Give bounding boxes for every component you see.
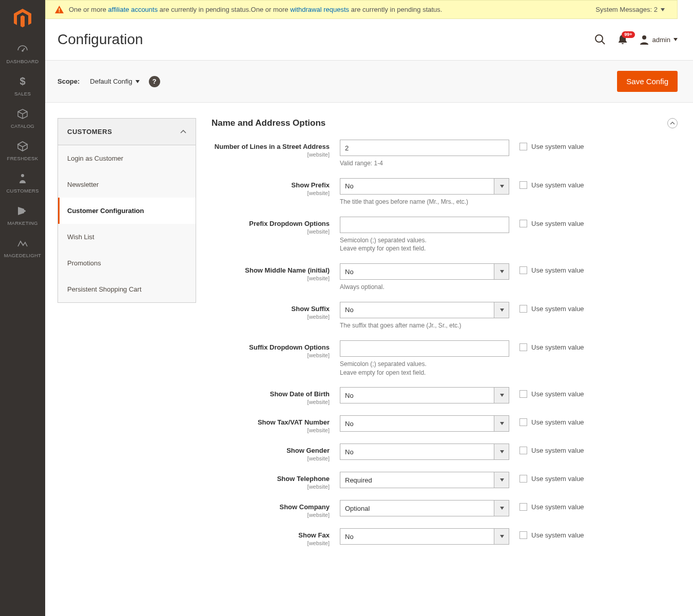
show-date-of-birth-select[interactable]: No [340,387,509,403]
nav-label: CUSTOMERS [6,188,38,194]
show-prefix-select[interactable]: No [340,178,509,195]
save-config-button[interactable]: Save Config [617,71,678,92]
field-scope: [website] [211,275,330,281]
nav-label: MARKETING [7,220,37,226]
use-system-checkbox[interactable] [519,343,527,351]
use-system-label: Use system value [531,475,584,483]
tree-item-wish-list[interactable]: Wish List [58,224,196,250]
scope-select[interactable]: Default Config [90,78,139,85]
field-row: Number of Lines in a Street Address[webs… [211,140,678,168]
field-label: Suffix Dropdown Options [249,343,330,351]
collapse-section-icon[interactable] [667,118,678,128]
use-system-checkbox[interactable] [519,266,527,274]
field-row: Suffix Dropdown Options[website]Semicolo… [211,340,678,377]
svg-rect-5 [59,11,60,12]
field-scope: [website] [211,512,330,518]
help-icon[interactable]: ? [149,76,160,87]
use-system-checkbox[interactable] [519,181,527,189]
magento-logo[interactable] [0,0,45,37]
use-system-checkbox[interactable] [519,390,527,398]
dropdown-arrow-icon [500,507,504,510]
field-label: Show Fax [298,531,330,539]
field-scope: [website] [211,190,330,196]
magedelight-icon [16,237,29,249]
show-tax-vat-number-select[interactable]: No [340,415,509,432]
search-icon[interactable] [594,33,606,46]
svg-text:$: $ [20,76,25,87]
field-row: Show Date of Birth[website]NoUse system … [211,387,678,405]
field-label: Show Date of Birth [270,390,330,398]
use-system-checkbox[interactable] [519,475,527,483]
field-help-text: Semicolon (;) separated values.Leave emp… [340,236,509,254]
field-label: Show Prefix [292,181,330,189]
show-fax-select[interactable]: No [340,528,509,545]
field-row: Show Gender[website]NoUse system value [211,444,678,461]
tree-section-customers[interactable]: CUSTOMERS [58,119,196,145]
field-scope: [website] [211,484,330,490]
field-scope: [website] [211,314,330,320]
nav-catalog[interactable]: CATALOG [0,102,45,134]
show-company-select[interactable]: Optional [340,500,509,516]
show-telephone-select[interactable]: Required [340,472,509,488]
system-message-count[interactable]: System Messages: 2 [595,6,665,13]
suffix-dropdown-options-input[interactable] [340,340,509,357]
nav-label: MAGEDELIGHT [4,253,41,258]
config-tree: CUSTOMERS Login as CustomerNewsletterCus… [57,118,196,303]
use-system-label: Use system value [531,266,584,274]
field-label: Show Tax/VAT Number [258,418,330,426]
section-name-address-options: Name and Address Options Number of Lines… [211,118,678,556]
customers-icon [16,172,29,185]
use-system-label: Use system value [531,305,584,313]
notifications-badge: 99+ [622,31,634,38]
number-of-lines-in-a-street-address-input[interactable] [340,140,509,156]
tree-item-promotions[interactable]: Promotions [58,250,196,276]
nav-dashboard[interactable]: DASHBOARD [0,37,45,69]
field-row: Show Suffix[website]NoThe suffix that go… [211,302,678,330]
use-system-checkbox[interactable] [519,418,527,426]
use-system-checkbox[interactable] [519,305,527,313]
show-gender-select[interactable]: No [340,444,509,460]
nav-marketing[interactable]: MARKETING [0,199,45,231]
tree-item-login-as-customer[interactable]: Login as Customer [58,145,196,171]
admin-user-menu[interactable]: admin [639,34,678,45]
dropdown-arrow-icon [500,535,504,538]
nav-sales[interactable]: $SALES [0,69,45,102]
page-title: Configuration [57,31,594,48]
field-help-text: The suffix that goes after name (Jr., Sr… [340,321,509,330]
admin-sidebar: DASHBOARD$SALESCATALOGFRESHDESKCUSTOMERS… [0,0,45,616]
field-scope: [website] [211,540,330,546]
show-middle-name-initial--select[interactable]: No [340,263,509,280]
dropdown-arrow-icon [500,394,504,397]
field-label: Show Gender [286,447,330,454]
nav-freshdesk[interactable]: FRESHDESK [0,134,45,166]
tree-item-newsletter[interactable]: Newsletter [58,171,196,198]
use-system-checkbox[interactable] [519,143,527,150]
tree-item-customer-configuration[interactable]: Customer Configuration [58,198,196,224]
chevron-up-icon [180,130,186,134]
use-system-checkbox[interactable] [519,503,527,511]
dropdown-arrow-icon [500,309,504,312]
use-system-label: Use system value [531,220,584,227]
prefix-dropdown-options-input[interactable] [340,217,509,233]
system-message-bar: One or more affiliate accounts are curre… [45,0,678,19]
field-row: Show Tax/VAT Number[website]NoUse system… [211,415,678,433]
use-system-checkbox[interactable] [519,447,527,454]
use-system-label: Use system value [531,447,584,454]
section-title: Name and Address Options [211,118,325,128]
field-row: Show Telephone[website]RequiredUse syste… [211,472,678,490]
svg-point-8 [642,35,646,40]
tree-item-persistent-shopping-cart[interactable]: Persistent Shopping Cart [58,276,196,302]
field-row: Show Middle Name (initial)[website]NoAlw… [211,263,678,292]
dropdown-arrow-icon [500,270,504,273]
notifications-icon[interactable]: 99+ [617,33,629,46]
affiliate-accounts-link[interactable]: affiliate accounts [108,6,158,13]
withdrawal-requests-link[interactable]: withdrawal requests [290,6,349,13]
nav-customers[interactable]: CUSTOMERS [0,166,45,199]
show-suffix-select[interactable]: No [340,302,509,318]
admin-user-label: admin [652,36,670,44]
use-system-checkbox[interactable] [519,531,527,539]
field-label: Show Telephone [277,475,330,483]
use-system-checkbox[interactable] [519,220,527,227]
marketing-icon [16,205,29,217]
nav-magedelight[interactable]: MAGEDELIGHT [0,231,45,263]
